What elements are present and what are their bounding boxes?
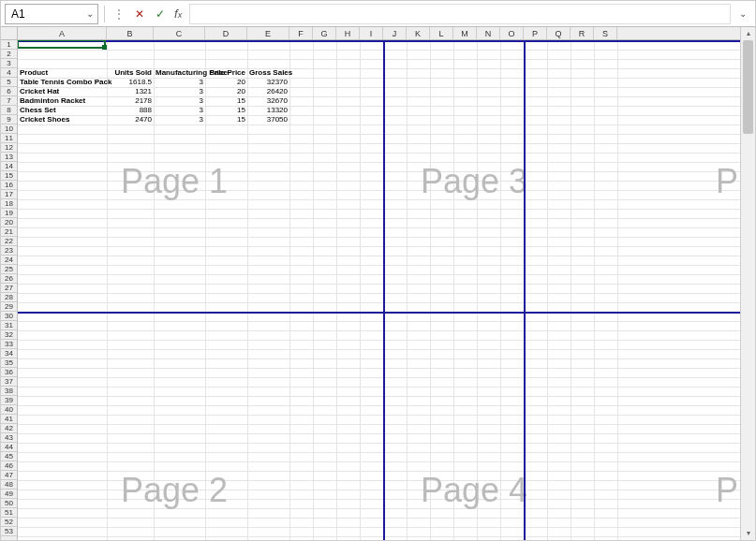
- column-header[interactable]: K: [407, 27, 430, 39]
- cell[interactable]: 3: [154, 106, 205, 115]
- column-header[interactable]: P: [524, 27, 547, 39]
- column-header[interactable]: J: [383, 27, 407, 39]
- cell[interactable]: Table Tennis Combo Pack: [18, 78, 107, 87]
- select-all-corner[interactable]: [1, 27, 18, 40]
- cell[interactable]: 26420: [247, 87, 289, 96]
- row-header[interactable]: 7: [1, 96, 17, 106]
- row-header[interactable]: 10: [1, 124, 17, 134]
- row-header[interactable]: 30: [1, 312, 17, 321]
- row-header[interactable]: 43: [1, 433, 17, 443]
- cell[interactable]: 3: [154, 115, 205, 124]
- row-header[interactable]: 36: [1, 368, 17, 377]
- row-header[interactable]: 26: [1, 274, 17, 284]
- row-header[interactable]: 9: [1, 115, 17, 124]
- cell[interactable]: Units Sold: [107, 68, 154, 78]
- row-header[interactable]: 45: [1, 452, 17, 461]
- row-header[interactable]: 25: [1, 265, 17, 274]
- cell[interactable]: Cricket Hat: [18, 87, 107, 96]
- cell[interactable]: 3: [154, 87, 205, 96]
- cell[interactable]: Product: [18, 68, 107, 78]
- row-header[interactable]: 34: [1, 349, 17, 358]
- cell[interactable]: 2470: [107, 115, 154, 124]
- row-header[interactable]: 28: [1, 293, 17, 302]
- column-header[interactable]: S: [594, 27, 617, 39]
- row-header[interactable]: 20: [1, 218, 17, 227]
- row-header[interactable]: 27: [1, 284, 17, 293]
- column-header[interactable]: C: [154, 27, 205, 39]
- column-header[interactable]: D: [205, 27, 247, 39]
- scroll-down-icon[interactable]: ▾: [741, 527, 755, 540]
- row-header[interactable]: 32: [1, 330, 17, 340]
- accept-icon[interactable]: ✓: [152, 5, 169, 23]
- row-header[interactable]: 41: [1, 415, 17, 424]
- row-header[interactable]: 51: [1, 508, 17, 518]
- row-header[interactable]: 35: [1, 358, 17, 368]
- cell[interactable]: 13320: [247, 106, 289, 115]
- scroll-up-icon[interactable]: ▴: [741, 27, 755, 40]
- row-header[interactable]: 4: [1, 68, 17, 78]
- cell[interactable]: 1618.5: [107, 78, 154, 87]
- row-header[interactable]: 53: [1, 527, 17, 536]
- extend-icon[interactable]: ⋮: [111, 5, 127, 23]
- row-header[interactable]: 1: [1, 40, 17, 50]
- cancel-icon[interactable]: ✕: [131, 5, 148, 23]
- cell[interactable]: 2178: [107, 96, 154, 106]
- cell[interactable]: 32370: [247, 78, 289, 87]
- row-header[interactable]: 46: [1, 461, 17, 471]
- row-header[interactable]: 33: [1, 340, 17, 349]
- row-header[interactable]: 44: [1, 443, 17, 452]
- cell[interactable]: Chess Set: [18, 106, 107, 115]
- column-header[interactable]: E: [247, 27, 289, 39]
- cell[interactable]: 32670: [247, 96, 289, 106]
- row-header[interactable]: 50: [1, 499, 17, 508]
- row-header[interactable]: 3: [1, 59, 17, 68]
- row-header[interactable]: 40: [1, 405, 17, 415]
- row-header[interactable]: 38: [1, 387, 17, 396]
- row-header[interactable]: 47: [1, 471, 17, 480]
- cell[interactable]: 15: [205, 96, 247, 106]
- column-header[interactable]: G: [313, 27, 336, 39]
- row-header[interactable]: 5: [1, 78, 17, 87]
- row-header[interactable]: 29: [1, 302, 17, 312]
- row-header[interactable]: 37: [1, 377, 17, 387]
- row-header[interactable]: 42: [1, 424, 17, 433]
- row-header[interactable]: 49: [1, 490, 17, 499]
- row-header[interactable]: 18: [1, 199, 17, 209]
- cell[interactable]: 1321: [107, 87, 154, 96]
- row-header[interactable]: 48: [1, 480, 17, 490]
- cell[interactable]: 3: [154, 96, 205, 106]
- column-header[interactable]: F: [289, 27, 313, 39]
- formula-input[interactable]: [189, 4, 731, 24]
- row-header[interactable]: 8: [1, 106, 17, 115]
- cell[interactable]: Cricket Shoes: [18, 115, 107, 124]
- row-header[interactable]: 12: [1, 143, 17, 153]
- row-header[interactable]: 11: [1, 134, 17, 143]
- column-header[interactable]: L: [430, 27, 453, 39]
- column-header[interactable]: R: [571, 27, 594, 39]
- vertical-scrollbar[interactable]: ▴ ▾: [740, 27, 755, 540]
- row-header[interactable]: 16: [1, 181, 17, 190]
- cell[interactable]: 37050: [247, 115, 289, 124]
- name-box[interactable]: A1 ⌄: [5, 4, 98, 24]
- row-header[interactable]: 2: [1, 50, 17, 59]
- row-header[interactable]: 23: [1, 246, 17, 256]
- cell[interactable]: 3: [154, 78, 205, 87]
- grid[interactable]: ProductUnits SoldManufacturing PriceSale…: [18, 40, 740, 540]
- column-header[interactable]: Q: [547, 27, 571, 39]
- row-header[interactable]: 13: [1, 153, 17, 162]
- scrollbar-thumb[interactable]: [743, 40, 753, 134]
- column-header[interactable]: A: [18, 27, 107, 39]
- row-header[interactable]: 24: [1, 256, 17, 265]
- row-header[interactable]: 14: [1, 162, 17, 171]
- cell[interactable]: Badminton Racket: [18, 96, 107, 106]
- cell[interactable]: Sale Price: [205, 68, 247, 78]
- column-header[interactable]: I: [360, 27, 383, 39]
- column-header[interactable]: O: [500, 27, 524, 39]
- cell[interactable]: 888: [107, 106, 154, 115]
- cell[interactable]: Gross Sales: [247, 68, 289, 78]
- row-header[interactable]: 22: [1, 237, 17, 246]
- expand-formula-icon[interactable]: ⌄: [734, 8, 751, 19]
- row-header[interactable]: 19: [1, 209, 17, 218]
- column-header[interactable]: M: [453, 27, 477, 39]
- column-header[interactable]: N: [477, 27, 500, 39]
